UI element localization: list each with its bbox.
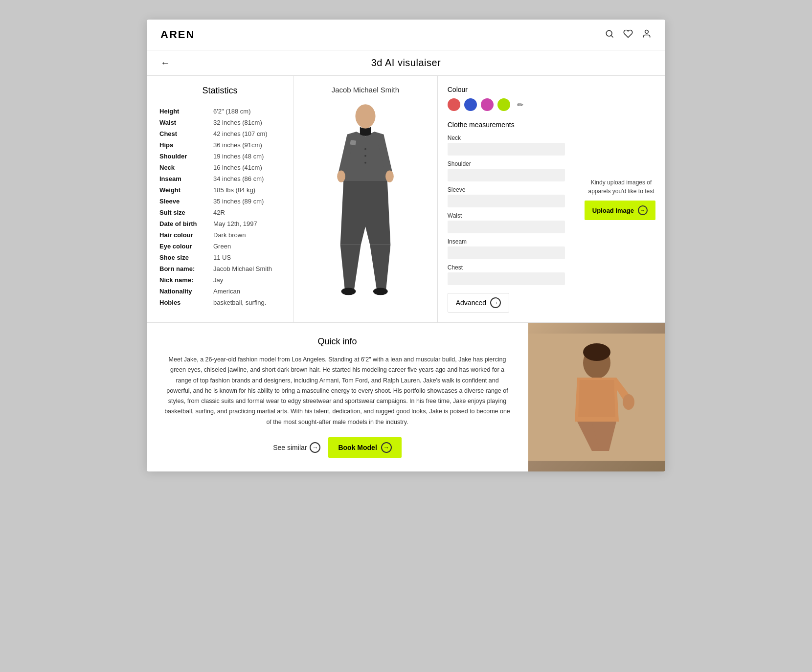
book-model-arrow-icon: → — [381, 442, 392, 453]
stats-label: Born name: — [158, 263, 212, 274]
stats-value: 16 inches (41cm) — [212, 162, 281, 173]
upload-label: Upload Image — [592, 207, 634, 214]
colour-label: Colour — [448, 86, 565, 93]
stats-value: May 12th, 1997 — [212, 218, 281, 229]
measurement-field: Sleeve — [448, 186, 565, 207]
see-similar-button[interactable]: See similar → — [273, 442, 320, 453]
stats-label: Chest — [158, 128, 212, 139]
stats-value: 34 inches (86 cm) — [212, 173, 281, 184]
back-button[interactable]: ← — [160, 57, 170, 68]
stats-label: Nationality — [158, 286, 212, 297]
model-photo — [528, 323, 665, 471]
stats-row: Shoulder19 inches (48 cm) — [158, 151, 281, 162]
measurement-input-neck[interactable] — [448, 143, 565, 156]
book-model-button[interactable]: Book Model → — [328, 437, 401, 458]
stats-value: basketball, surfing. — [212, 297, 281, 308]
stats-label: Date of birth — [158, 218, 212, 229]
stats-value: 42 inches (107 cm) — [212, 128, 281, 139]
quick-info-text: Quick info Meet Jake, a 26-year-old fash… — [147, 323, 528, 471]
stats-label: Height — [158, 106, 212, 117]
measurement-field: Waist — [448, 212, 565, 233]
title-bar: ← 3d AI visulaiser — [147, 50, 665, 76]
book-model-label: Book Model — [338, 444, 377, 451]
stats-value: Jay — [212, 274, 281, 286]
measurement-field-label: Waist — [448, 212, 565, 219]
measurement-field-label: Shoulder — [448, 160, 565, 167]
svg-point-0 — [606, 30, 612, 36]
user-icon[interactable] — [642, 29, 652, 41]
svg-point-9 — [364, 148, 366, 150]
stats-label: Shoe size — [158, 252, 212, 263]
measurement-input-shoulder[interactable] — [448, 169, 565, 181]
stats-row: Waist32 inches (81cm) — [158, 117, 281, 128]
main-content: Statistics Height6'2" (188 cm)Waist32 in… — [147, 76, 665, 322]
upload-hint: Kindy upload images of apparels you'd li… — [587, 178, 655, 196]
measurement-field: Chest — [448, 264, 565, 285]
measurement-field-label: Chest — [448, 264, 565, 271]
swatch-lime[interactable] — [497, 98, 510, 111]
stats-row: Nick name:Jay — [158, 274, 281, 286]
stats-row: Born name:Jacob Michael Smith — [158, 263, 281, 274]
stats-label: Hips — [158, 139, 212, 151]
advanced-button[interactable]: Advanced → — [448, 293, 509, 313]
colour-section: Colour ✏ — [448, 86, 565, 111]
measurement-input-sleeve[interactable] — [448, 195, 565, 207]
stats-label: Hobies — [158, 297, 212, 308]
measurement-field-label: Inseam — [448, 238, 565, 245]
quick-info-actions: See similar → Book Model → — [164, 437, 510, 458]
quick-info: Quick info Meet Jake, a 26-year-old fash… — [147, 322, 665, 471]
swatch-red[interactable] — [448, 98, 460, 111]
model-name: Jacob Michael Smith — [332, 86, 399, 94]
swatch-pink[interactable] — [481, 98, 494, 111]
stats-row: Hips36 inches (91cm) — [158, 139, 281, 151]
stats-value: 6'2" (188 cm) — [212, 106, 281, 117]
right-side-wrapper: Colour ✏ Clothe measurements NeckShoulde… — [438, 76, 665, 322]
model-viewer: Jacob Michael Smith — [293, 76, 438, 322]
stats-label: Neck — [158, 162, 212, 173]
stats-value: Jacob Michael Smith — [212, 263, 281, 274]
stats-value: Dark brown — [212, 229, 281, 241]
stats-value: American — [212, 286, 281, 297]
measurement-field: Neck — [448, 134, 565, 156]
stats-row: Date of birthMay 12th, 1997 — [158, 218, 281, 229]
stats-row: Sleeve35 inches (89 cm) — [158, 196, 281, 207]
stats-label: Inseam — [158, 173, 212, 184]
header-icons — [605, 29, 652, 41]
right-panel: Colour ✏ Clothe measurements NeckShoulde… — [438, 76, 575, 322]
quick-info-body: Meet Jake, a 26-year-old fashion model f… — [164, 355, 510, 427]
measurement-input-waist[interactable] — [448, 221, 565, 233]
stats-value: 42R — [212, 207, 281, 218]
stats-value: 11 US — [212, 252, 281, 263]
stats-value: 185 lbs (84 kg) — [212, 184, 281, 196]
svg-point-5 — [337, 171, 345, 182]
stats-label: Waist — [158, 117, 212, 128]
upload-wrapper: Kindy upload images of apparels you'd li… — [575, 168, 665, 230]
svg-point-2 — [645, 30, 649, 33]
svg-point-15 — [623, 394, 634, 410]
measurement-field-label: Neck — [448, 134, 565, 141]
svg-point-11 — [364, 162, 366, 164]
heart-icon[interactable] — [623, 29, 633, 41]
logo: AREN — [160, 28, 195, 41]
stats-value: 36 inches (91cm) — [212, 139, 281, 151]
colour-picker-icon[interactable]: ✏ — [514, 98, 527, 111]
stats-sidebar: Statistics Height6'2" (188 cm)Waist32 in… — [147, 76, 293, 322]
swatch-blue[interactable] — [464, 98, 477, 111]
stats-row: Inseam34 inches (86 cm) — [158, 173, 281, 184]
measurement-input-inseam[interactable] — [448, 246, 565, 259]
stats-row: Weight185 lbs (84 kg) — [158, 184, 281, 196]
measurements-section: Clothe measurements NeckShoulderSleeveWa… — [448, 121, 565, 285]
stats-row: Shoe size11 US — [158, 252, 281, 263]
header: AREN — [147, 20, 665, 50]
stats-row: Chest42 inches (107 cm) — [158, 128, 281, 139]
stats-value: Green — [212, 241, 281, 252]
upload-button[interactable]: Upload Image → — [585, 201, 655, 220]
advanced-arrow-icon: → — [490, 297, 501, 308]
search-icon[interactable] — [605, 29, 614, 41]
measurement-input-chest[interactable] — [448, 272, 565, 285]
svg-point-10 — [364, 155, 366, 157]
advanced-label: Advanced — [456, 299, 486, 307]
page-wrapper: AREN ← 3d AI visulaiser Statistics Heigh… — [147, 20, 665, 471]
colour-swatches: ✏ — [448, 98, 565, 111]
stats-value: 32 inches (81cm) — [212, 117, 281, 128]
